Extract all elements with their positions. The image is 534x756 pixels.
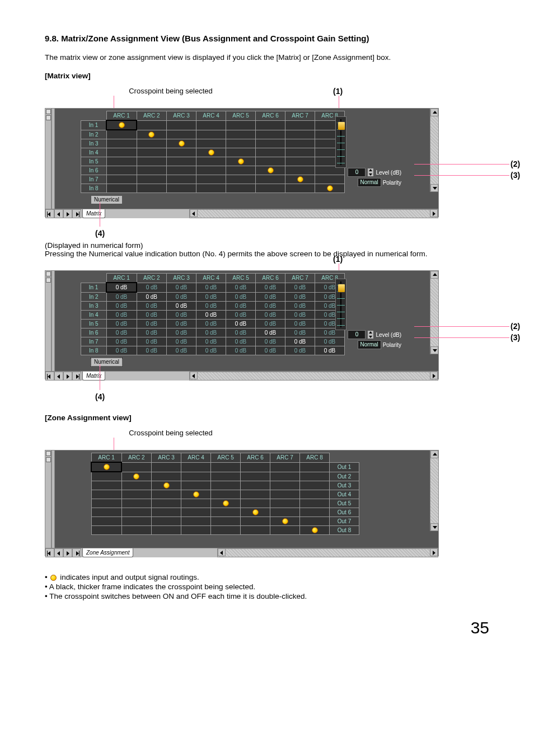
crosspoint-cell[interactable] [196, 130, 226, 139]
crosspoint-cell[interactable] [211, 499, 241, 508]
tab-nav-prev-icon[interactable] [54, 209, 63, 218]
crosspoint-cell[interactable] [226, 148, 256, 157]
crosspoint-cell[interactable]: 0 dB [226, 320, 256, 328]
crosspoint-cell[interactable]: 0 dB [167, 346, 196, 355]
crosspoint-cell[interactable] [226, 175, 256, 184]
crosspoint-cell[interactable] [256, 130, 285, 139]
crosspoint-cell[interactable] [91, 490, 121, 499]
crosspoint-cell[interactable]: 0 dB [106, 346, 137, 355]
crosspoint-cell[interactable] [285, 120, 315, 130]
crosspoint-cell[interactable] [152, 517, 181, 526]
scroll-left-icon[interactable] [190, 372, 198, 379]
crosspoint-cell[interactable] [300, 472, 330, 481]
scroll-down-icon[interactable] [430, 523, 438, 531]
crosspoint-cell[interactable] [300, 517, 330, 526]
crosspoint-cell[interactable] [106, 148, 137, 157]
crosspoint-cell[interactable]: 0 dB [226, 302, 256, 311]
crosspoint-cell[interactable] [91, 481, 121, 490]
crosspoint-cell[interactable] [91, 508, 121, 517]
level-spinner[interactable] [367, 330, 374, 339]
crosspoint-cell[interactable]: 0 dB [167, 320, 196, 328]
crosspoint-cell[interactable]: 0 dB [106, 283, 137, 292]
crosspoint-cell[interactable] [241, 499, 270, 508]
crosspoint-cell[interactable]: 0 dB [196, 320, 226, 328]
crosspoint-cell[interactable] [211, 481, 241, 490]
crosspoint-cell[interactable] [152, 481, 181, 490]
crosspoint-cell[interactable]: 0 dB [167, 302, 196, 311]
level-value[interactable]: 0 [348, 330, 366, 339]
crosspoint-cell[interactable] [152, 499, 181, 508]
crosspoint-cell[interactable]: 0 dB [256, 302, 285, 311]
crosspoint-cell[interactable] [152, 462, 181, 472]
crosspoint-cell[interactable] [226, 130, 256, 139]
scroll-down-icon[interactable] [430, 184, 438, 192]
crosspoint-cell[interactable] [270, 481, 300, 490]
tab-nav-prev-icon[interactable] [54, 548, 63, 557]
crosspoint-cell[interactable]: 0 dB [137, 311, 167, 320]
crosspoint-cell[interactable] [256, 148, 285, 157]
crosspoint-cell[interactable] [121, 517, 152, 526]
crosspoint-cell[interactable]: 0 dB [226, 311, 256, 320]
crosspoint-cell[interactable]: 0 dB [256, 320, 285, 328]
crosspoint-cell[interactable] [137, 130, 167, 139]
crosspoint-cell[interactable] [241, 472, 270, 481]
crosspoint-cell[interactable] [106, 175, 137, 184]
vertical-scrollbar[interactable] [430, 450, 438, 531]
crosspoint-cell[interactable]: 0 dB [256, 283, 285, 292]
crosspoint-cell[interactable]: 0 dB [196, 283, 226, 292]
crosspoint-cell[interactable]: 0 dB [285, 283, 315, 292]
crosspoint-cell[interactable] [181, 481, 211, 490]
crosspoint-cell[interactable] [152, 490, 181, 499]
crosspoint-cell[interactable] [181, 508, 211, 517]
crosspoint-cell[interactable] [121, 490, 152, 499]
crosspoint-cell[interactable] [270, 499, 300, 508]
crosspoint-cell[interactable] [181, 462, 211, 472]
crosspoint-cell[interactable]: 0 dB [106, 337, 137, 346]
tab-matrix[interactable]: Matrix [82, 209, 105, 218]
tab-nav-first-icon[interactable] [45, 209, 54, 218]
crosspoint-cell[interactable] [211, 517, 241, 526]
tab-nav-next-icon[interactable] [63, 209, 72, 218]
crosspoint-cell[interactable] [241, 462, 270, 472]
crosspoint-cell[interactable] [121, 526, 152, 535]
horizontal-scrollbar[interactable] [217, 548, 438, 557]
crosspoint-cell[interactable] [241, 508, 270, 517]
scroll-right-icon[interactable] [430, 209, 438, 217]
crosspoint-cell[interactable] [137, 184, 167, 193]
crosspoint-cell[interactable] [106, 130, 137, 139]
scroll-right-icon[interactable] [430, 548, 438, 556]
scroll-up-icon[interactable] [430, 271, 438, 279]
crosspoint-cell[interactable] [137, 148, 167, 157]
tab-nav-last-icon[interactable] [72, 209, 81, 218]
crosspoint-cell[interactable] [167, 120, 196, 130]
crosspoint-cell[interactable]: 0 dB [256, 292, 285, 302]
crosspoint-cell[interactable]: 0 dB [106, 320, 137, 328]
crosspoint-cell[interactable]: 0 dB [226, 337, 256, 346]
polarity-value[interactable]: Normal [358, 178, 381, 187]
crosspoint-cell[interactable]: 0 dB [137, 302, 167, 311]
crosspoint-cell[interactable] [300, 490, 330, 499]
crosspoint-cell[interactable] [196, 166, 226, 175]
horizontal-scrollbar[interactable] [189, 209, 438, 218]
crosspoint-cell[interactable]: 0 dB [137, 328, 167, 337]
crosspoint-cell[interactable] [121, 499, 152, 508]
crosspoint-cell[interactable] [300, 462, 330, 472]
crosspoint-cell[interactable]: 0 dB [285, 292, 315, 302]
crosspoint-cell[interactable] [91, 526, 121, 535]
crosspoint-cell[interactable]: 0 dB [285, 320, 315, 328]
crosspoint-cell[interactable]: 0 dB [226, 292, 256, 302]
scroll-left-icon[interactable] [218, 548, 226, 556]
crosspoint-cell[interactable]: 0 dB [106, 292, 137, 302]
crosspoint-cell[interactable]: 0 dB [167, 337, 196, 346]
crosspoint-cell[interactable] [167, 175, 196, 184]
crosspoint-cell[interactable] [106, 166, 137, 175]
crosspoint-cell[interactable] [300, 526, 330, 535]
crosspoint-cell[interactable]: 0 dB [256, 328, 285, 337]
crosspoint-cell[interactable] [211, 508, 241, 517]
crosspoint-cell[interactable] [270, 490, 300, 499]
crosspoint-cell[interactable]: 0 dB [106, 328, 137, 337]
crosspoint-cell[interactable] [285, 166, 315, 175]
crosspoint-cell[interactable] [91, 472, 121, 481]
crosspoint-cell[interactable] [241, 517, 270, 526]
crosspoint-cell[interactable] [167, 139, 196, 148]
